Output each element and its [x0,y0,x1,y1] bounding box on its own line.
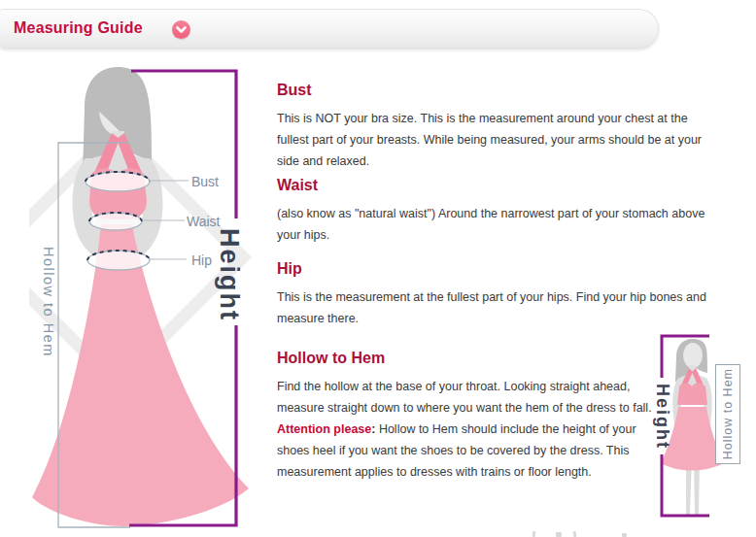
attention-label: Attention please [277,422,371,436]
section-waist: Waist (also know as "natural waist") Aro… [277,177,753,246]
bust-label: Bust [191,174,219,189]
cutoff-text-artifact [556,532,562,537]
small-height-label: Height [647,380,672,453]
small-hollow-to-hem-label: Hollow to Hem [721,368,735,459]
page-title: Measuring Guide [14,19,143,37]
small-hollow-to-hem-box: Hollow to Hem [715,364,740,464]
hollow-intro-text: Find the hollow at the base of your thro… [277,380,652,415]
attention-separator: : [371,422,379,436]
section-hip: Hip This is the measurement at the fulle… [277,260,753,329]
hip-label: Hip [191,252,212,268]
small-bodice [677,383,707,405]
cutoff-text-artifact [622,533,627,537]
section-hollow-to-hem: Hollow to Hem Find the hollow at the bas… [277,350,697,483]
cutoff-text-artifact [573,531,577,537]
height-label: Height [213,220,244,329]
bust-heading: Bust [277,82,753,99]
cutoff-text-artifact [533,531,536,537]
measuring-guide-header[interactable]: Measuring Guide [0,9,659,49]
hollow-to-hem-heading: Hollow to Hem [277,350,697,367]
waist-heading: Waist [277,177,753,194]
bust-description: This is NOT your bra size. This is the m… [277,108,753,172]
hollow-to-hem-description: Find the hollow at the base of your thro… [277,376,697,483]
collapse-toggle-button[interactable] [172,20,190,39]
section-bust: Bust This is NOT your bra size. This is … [277,82,753,172]
chevron-down-icon [172,20,190,39]
hollow-to-hem-label: Hollow to Hem [35,238,56,366]
waist-description: (also know as "natural waist") Around th… [277,203,753,246]
hip-description: This is the measurement at the fullest p… [277,286,753,329]
small-face [683,343,703,368]
hip-heading: Hip [277,260,753,278]
